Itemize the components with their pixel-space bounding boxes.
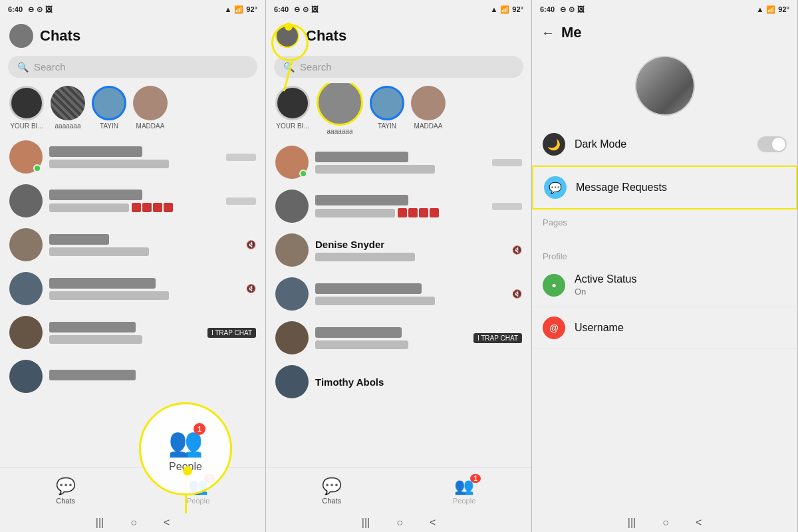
story-item[interactable]: aaaaaaa bbox=[51, 86, 85, 130]
search-placeholder-1: Search bbox=[34, 61, 66, 72]
chat-item[interactable] bbox=[266, 140, 531, 184]
android-menu-btn[interactable]: ||| bbox=[96, 517, 104, 529]
chat-item[interactable] bbox=[0, 135, 265, 179]
me-avatar-photo bbox=[636, 57, 694, 114]
android-back-btn[interactable]: < bbox=[164, 517, 170, 529]
dark-mode-item[interactable]: 🌙 Dark Mode bbox=[532, 124, 797, 166]
chat-item[interactable]: 🔇 bbox=[266, 272, 531, 316]
people-highlight: 👥 1 People bbox=[139, 402, 232, 495]
chat-avatar bbox=[9, 360, 43, 393]
story-avatar bbox=[92, 86, 126, 120]
chat-name bbox=[49, 322, 136, 332]
story-avatar bbox=[133, 86, 168, 120]
android-home-btn-2[interactable]: ○ bbox=[396, 517, 403, 529]
chat-avatar bbox=[275, 277, 309, 311]
story-avatar bbox=[411, 86, 446, 120]
spacer bbox=[532, 349, 797, 513]
chat-name-text: Denise Snyder bbox=[315, 239, 505, 250]
active-status-label: Active Status bbox=[575, 273, 636, 285]
chat-info bbox=[315, 327, 467, 349]
chat-name bbox=[49, 234, 109, 245]
chat-name bbox=[49, 190, 142, 200]
chat-avatar bbox=[9, 184, 43, 217]
people-icon-container: 👥 1 bbox=[168, 426, 203, 458]
dark-mode-icon: 🌙 bbox=[543, 133, 565, 156]
panel-1-title: Chats bbox=[40, 27, 80, 45]
chat-preview bbox=[315, 340, 408, 349]
story-avatar-highlighted bbox=[317, 83, 363, 126]
chat-meta bbox=[492, 159, 522, 166]
chat-avatar bbox=[275, 321, 309, 354]
nav-people-badge-2: 1 bbox=[470, 474, 481, 483]
dark-mode-label: Dark Mode bbox=[575, 138, 748, 150]
chat-info bbox=[49, 370, 256, 383]
search-bar-2[interactable]: 🔍 Search bbox=[274, 56, 523, 78]
story-avatar bbox=[275, 86, 310, 120]
chat-name-text: Timothy Abols bbox=[315, 376, 522, 388]
story-item[interactable]: TAYIN bbox=[92, 86, 126, 130]
chat-avatar bbox=[275, 233, 309, 267]
story-item[interactable]: YOUR BI... bbox=[275, 86, 310, 135]
muted-icon: 🔇 bbox=[246, 240, 256, 249]
story-item[interactable]: YOUR BI... bbox=[9, 86, 44, 130]
chat-info bbox=[315, 152, 485, 174]
username-item[interactable]: @ Username bbox=[532, 307, 797, 349]
story-item[interactable]: aaaaaaa bbox=[317, 86, 363, 135]
android-back-btn-3[interactable]: < bbox=[696, 517, 702, 529]
stories-row-2: YOUR BI... aaaaaaa TAYIN MADDAA bbox=[266, 83, 531, 140]
android-menu-btn-2[interactable]: ||| bbox=[362, 517, 370, 529]
status-bar-2: 6:40 ⊖ ⊙ 🖼 ▲ 📶 92° bbox=[266, 0, 531, 19]
android-home-btn-3[interactable]: ○ bbox=[662, 517, 669, 529]
chat-info: Denise Snyder bbox=[315, 239, 505, 261]
me-page-title: Me bbox=[561, 24, 582, 41]
chat-item[interactable]: 🔇 bbox=[0, 223, 265, 267]
chat-info bbox=[315, 283, 505, 305]
android-menu-btn-3[interactable]: ||| bbox=[628, 517, 636, 529]
chat-info bbox=[49, 146, 219, 168]
story-item[interactable]: TAYIN bbox=[370, 86, 404, 135]
android-back-btn-2[interactable]: < bbox=[430, 517, 436, 529]
chat-info bbox=[49, 322, 201, 344]
chat-item[interactable]: 🔇 bbox=[0, 267, 265, 311]
chat-preview bbox=[315, 253, 415, 261]
android-nav-1: ||| ○ < bbox=[0, 513, 265, 532]
chat-item[interactable] bbox=[0, 179, 265, 223]
chat-item[interactable]: I TRAP CHAT bbox=[0, 311, 265, 354]
message-requests-item[interactable]: 💬 Message Requests bbox=[532, 166, 797, 209]
nav-chats-2[interactable]: 💬 Chats bbox=[322, 477, 342, 505]
chat-meta bbox=[492, 203, 522, 210]
chat-list-2: Denise Snyder 🔇 🔇 I TRAP bbox=[266, 140, 531, 467]
panel-2-header: Chats bbox=[266, 19, 531, 52]
dark-mode-toggle[interactable] bbox=[757, 136, 787, 152]
chat-meta: 🔇 bbox=[512, 245, 522, 255]
chats-icon-2: 💬 bbox=[322, 477, 342, 495]
story-item[interactable]: MADDAA bbox=[133, 86, 168, 130]
chat-meta: 🔇 bbox=[246, 240, 256, 249]
chat-item[interactable] bbox=[0, 354, 265, 398]
android-home-btn[interactable]: ○ bbox=[130, 517, 137, 529]
back-button[interactable]: ← bbox=[541, 25, 555, 41]
chat-info bbox=[49, 234, 239, 256]
pages-section-label: Pages bbox=[532, 209, 797, 230]
chat-preview bbox=[49, 203, 129, 212]
nav-chats-1[interactable]: 💬 Chats bbox=[56, 477, 76, 505]
people-badge-large: 1 bbox=[194, 423, 205, 435]
nav-people-2[interactable]: 👥 People 1 bbox=[453, 477, 475, 505]
annotation-dot-2 bbox=[285, 23, 293, 31]
chat-name bbox=[315, 327, 402, 338]
bottom-nav-1: 💬 Chats 👥 People 1 bbox=[0, 467, 265, 513]
search-bar-1[interactable]: 🔍 Search bbox=[8, 56, 257, 78]
chat-item[interactable] bbox=[266, 184, 531, 228]
chat-item[interactable]: Denise Snyder 🔇 bbox=[266, 228, 531, 272]
story-item[interactable]: MADDAA bbox=[411, 86, 446, 135]
chat-meta: I TRAP CHAT bbox=[473, 333, 522, 343]
chat-avatar bbox=[275, 190, 309, 223]
chat-item[interactable]: Timothy Abols bbox=[266, 360, 531, 404]
muted-icon: 🔇 bbox=[512, 245, 522, 255]
chat-meta: I TRAP CHAT bbox=[207, 328, 256, 338]
active-status-item[interactable]: ● Active Status On bbox=[532, 264, 797, 307]
chat-item[interactable]: I TRAP CHAT bbox=[266, 316, 531, 360]
chat-meta bbox=[226, 198, 256, 205]
chats-icon: 💬 bbox=[56, 477, 76, 495]
bottom-nav-2: 💬 Chats 👥 People 1 bbox=[266, 467, 531, 513]
